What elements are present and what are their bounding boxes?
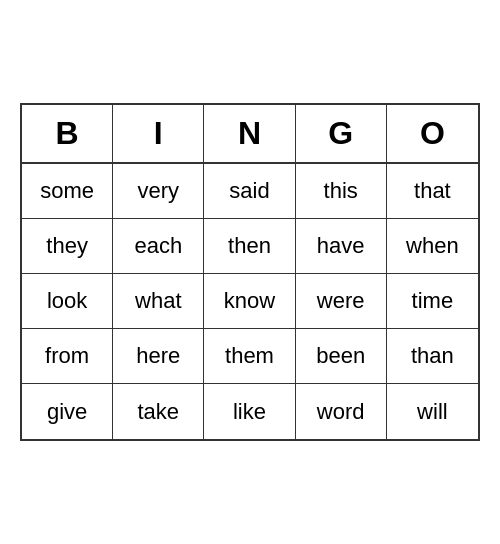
bingo-cell-r4-c0[interactable]: give (22, 384, 113, 439)
bingo-cell-r0-c0[interactable]: some (22, 164, 113, 219)
bingo-grid: someverysaidthisthattheyeachthenhavewhen… (22, 164, 478, 439)
bingo-cell-r3-c2[interactable]: them (204, 329, 295, 384)
bingo-cell-r3-c1[interactable]: here (113, 329, 204, 384)
bingo-cell-r2-c2[interactable]: know (204, 274, 295, 329)
bingo-header: BINGO (22, 105, 478, 164)
header-letter: G (296, 105, 387, 162)
bingo-cell-r1-c0[interactable]: they (22, 219, 113, 274)
bingo-cell-r0-c2[interactable]: said (204, 164, 295, 219)
bingo-cell-r4-c1[interactable]: take (113, 384, 204, 439)
header-letter: I (113, 105, 204, 162)
bingo-cell-r2-c1[interactable]: what (113, 274, 204, 329)
bingo-cell-r1-c3[interactable]: have (296, 219, 387, 274)
bingo-card: BINGO someverysaidthisthattheyeachthenha… (20, 103, 480, 441)
bingo-cell-r2-c4[interactable]: time (387, 274, 478, 329)
bingo-cell-r2-c3[interactable]: were (296, 274, 387, 329)
bingo-cell-r1-c1[interactable]: each (113, 219, 204, 274)
bingo-cell-r4-c4[interactable]: will (387, 384, 478, 439)
bingo-cell-r2-c0[interactable]: look (22, 274, 113, 329)
bingo-cell-r0-c1[interactable]: very (113, 164, 204, 219)
bingo-cell-r1-c2[interactable]: then (204, 219, 295, 274)
bingo-cell-r4-c2[interactable]: like (204, 384, 295, 439)
bingo-cell-r3-c0[interactable]: from (22, 329, 113, 384)
header-letter: N (204, 105, 295, 162)
header-letter: B (22, 105, 113, 162)
bingo-cell-r3-c4[interactable]: than (387, 329, 478, 384)
bingo-cell-r4-c3[interactable]: word (296, 384, 387, 439)
bingo-cell-r0-c4[interactable]: that (387, 164, 478, 219)
bingo-cell-r0-c3[interactable]: this (296, 164, 387, 219)
bingo-cell-r3-c3[interactable]: been (296, 329, 387, 384)
header-letter: O (387, 105, 478, 162)
bingo-cell-r1-c4[interactable]: when (387, 219, 478, 274)
